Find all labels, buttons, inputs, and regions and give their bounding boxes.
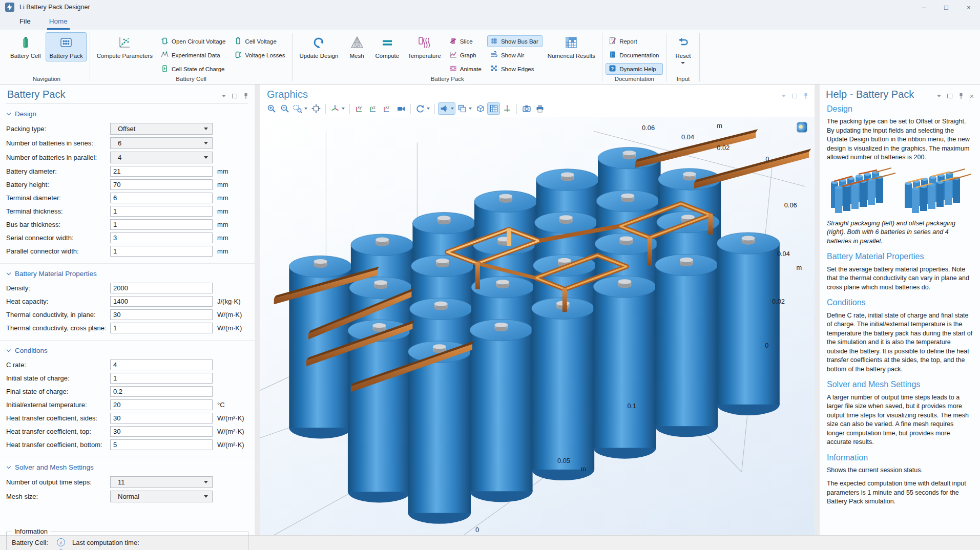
initial-state-of-charge-field[interactable]	[110, 373, 213, 384]
battery-pack-3d-view[interactable]: 0.06 0.04 0.02 0 m 0.06 0.04 m 0.02 0 0.…	[260, 117, 815, 535]
snapshot-button[interactable]	[520, 102, 533, 115]
show-grid-button[interactable]	[487, 102, 500, 115]
transparency-button[interactable]	[456, 102, 473, 115]
panel-float-icon[interactable]	[792, 94, 797, 98]
zoom-box-button[interactable]	[291, 102, 309, 115]
panel-pin-icon[interactable]	[243, 93, 248, 99]
parallel-connector-width-field[interactable]	[110, 246, 213, 257]
animate-button[interactable]: Animate	[446, 63, 486, 75]
packing-type-select[interactable]: Offset	[110, 123, 213, 135]
numerical-results-button[interactable]: Numerical Results	[544, 32, 599, 61]
battery-cell-button[interactable]: Battery Cell	[7, 32, 44, 61]
svg-text:0.1: 0.1	[627, 402, 636, 410]
maximize-icon[interactable]: □	[935, 0, 957, 14]
experimental-data-button[interactable]: Experimental Data	[158, 49, 230, 61]
voltage-losses-button[interactable]: Voltage Losses	[231, 49, 289, 61]
axis-orientation-button[interactable]	[501, 102, 513, 115]
comsol-logo-button[interactable]	[797, 122, 807, 133]
cell-state-of-charge-button[interactable]: Cell State of Charge	[158, 63, 230, 75]
chevron-down-icon[interactable]	[451, 108, 454, 110]
heat-transfer-sides-field[interactable]	[110, 413, 213, 424]
output-time-steps-select[interactable]: 11	[110, 476, 213, 488]
close-icon[interactable]: ×	[957, 0, 980, 14]
reset-dropdown-icon[interactable]	[681, 62, 685, 64]
zoom-out-button[interactable]	[278, 102, 291, 115]
tab-home[interactable]: Home	[47, 16, 70, 30]
panel-divider[interactable]	[815, 84, 820, 535]
section-solver-header[interactable]: Solver and Mesh Settings	[7, 463, 248, 471]
form-row: Density:	[6, 283, 248, 293]
thermal-conductivity-cross-plane-field[interactable]	[110, 323, 213, 333]
section-design-header[interactable]: Design	[7, 110, 248, 118]
view-xy-button[interactable]: xy	[353, 102, 366, 115]
scene-light-button[interactable]	[438, 102, 455, 115]
density-field[interactable]	[110, 283, 213, 293]
ribbon-group-navigation: Battery Cell Battery Pack Navigation	[4, 31, 89, 84]
zoom-in-button[interactable]	[265, 102, 278, 115]
panel-divider[interactable]	[255, 84, 260, 535]
heat-transfer-bottom-field[interactable]	[110, 439, 213, 450]
batteries-in-series-select[interactable]: 6	[110, 137, 213, 149]
terminal-thickness-field[interactable]	[110, 206, 213, 217]
view-xz-button[interactable]: xz	[381, 102, 394, 115]
graphics-canvas[interactable]: 0.06 0.04 0.02 0 m 0.06 0.04 m 0.02 0 0.…	[260, 117, 815, 535]
mesh-button[interactable]: Mesh	[344, 32, 370, 61]
show-air-button[interactable]: Show Air	[487, 49, 543, 61]
compute-parameters-button[interactable]: Compute Parameters	[93, 32, 156, 61]
chevron-down-icon	[427, 108, 430, 110]
temperature-button[interactable]: Temperature	[404, 32, 445, 61]
minimize-icon[interactable]: –	[912, 0, 935, 14]
voltage-losses-icon	[234, 51, 242, 59]
show-bus-bar-button[interactable]: Show Bus Bar	[487, 35, 543, 47]
update-design-button[interactable]: Update Design	[296, 32, 342, 61]
panel-float-icon[interactable]	[947, 94, 952, 98]
scene-camera-button[interactable]	[394, 102, 407, 115]
ribbon-separator	[699, 33, 700, 81]
section-material-header[interactable]: Battery Material Properties	[7, 270, 248, 278]
batteries-in-parallel-select[interactable]: 4	[110, 152, 213, 163]
section-conditions-header[interactable]: Conditions	[7, 347, 248, 354]
initial-external-temperature-field[interactable]	[110, 399, 213, 410]
thermal-conductivity-in-plane-field[interactable]	[110, 309, 213, 320]
reset-button[interactable]: Reset	[670, 32, 696, 66]
heat-transfer-top-field[interactable]	[110, 426, 213, 437]
slice-button[interactable]: Slice	[446, 35, 486, 47]
cell-voltage-button[interactable]: Cell Voltage	[231, 35, 289, 47]
heat-capacity-field[interactable]	[110, 296, 213, 307]
chevron-down-icon	[204, 495, 208, 498]
battery-pack-button[interactable]: Battery Pack	[46, 32, 86, 61]
mesh-size-select[interactable]: Normal	[110, 491, 213, 502]
view-yz-button[interactable]: yz	[367, 102, 380, 115]
zoom-extents-button[interactable]	[309, 102, 322, 115]
panel-float-icon[interactable]	[232, 94, 237, 98]
show-edges-button[interactable]: Show Edges	[487, 63, 543, 75]
wireframe-button[interactable]	[474, 102, 487, 115]
default-view-button[interactable]	[329, 102, 346, 115]
final-state-of-charge-field[interactable]	[110, 386, 213, 397]
panel-pin-icon[interactable]	[803, 93, 808, 99]
print-button[interactable]	[533, 102, 546, 115]
bus-bar-thickness-field[interactable]	[110, 219, 213, 230]
terminal-diameter-field[interactable]	[110, 193, 213, 203]
open-circuit-voltage-button[interactable]: Open Circuit Voltage	[158, 35, 230, 47]
battery-height-field[interactable]	[110, 179, 213, 190]
compute-button[interactable]: Compute	[372, 32, 403, 61]
close-icon[interactable]: ×	[970, 94, 974, 99]
battery-diameter-field[interactable]	[110, 166, 213, 177]
report-button[interactable]: Report	[606, 35, 663, 47]
panel-pin-icon[interactable]	[958, 93, 964, 99]
dynamic-help-button[interactable]: ? Dynamic Help	[606, 63, 663, 75]
battery-cylinders[interactable]	[289, 147, 780, 524]
panel-menu-icon[interactable]	[937, 95, 941, 97]
tab-file[interactable]: File	[17, 16, 33, 30]
ribbon-separator	[90, 33, 90, 81]
graph-button[interactable]: Graph	[446, 49, 486, 61]
documentation-button[interactable]: Documentation	[606, 49, 663, 61]
panel-menu-icon[interactable]	[782, 95, 786, 97]
rotate-button[interactable]	[414, 102, 431, 115]
serial-connector-width-field[interactable]	[110, 232, 213, 243]
form-row: Heat transfer coefficient, top: W/(m²·K)	[6, 426, 248, 437]
panel-menu-icon[interactable]	[222, 95, 226, 97]
c-rate-field[interactable]	[110, 359, 213, 370]
svg-text:m: m	[717, 122, 722, 130]
